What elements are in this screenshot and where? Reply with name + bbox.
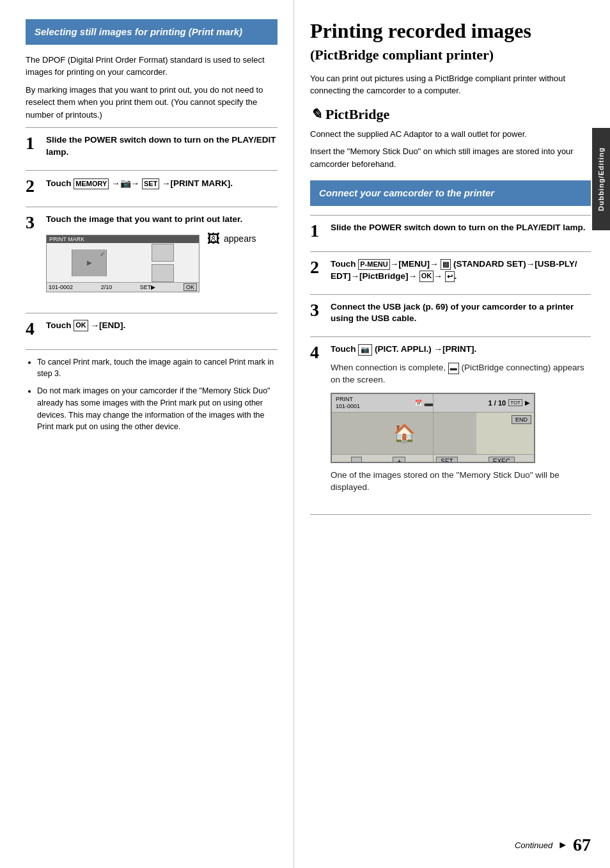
- ok-icon-2: OK: [419, 271, 434, 281]
- ps-tot-icon: TOT: [508, 399, 522, 406]
- left-step-1-num: 1: [26, 134, 40, 152]
- pictbridge-note-1: Connect the supplied AC Adaptor to a wal…: [310, 128, 591, 141]
- right-step-4-content: Touch 📷 (PICT. APPLI.) →[PRINT]. When co…: [331, 343, 591, 500]
- left-step-3: 3 Touch the image that you want to print…: [26, 214, 278, 306]
- right-divider-3: [310, 336, 591, 337]
- right-step-4: 4 Touch 📷 (PICT. APPLI.) →[PRINT]. When …: [310, 343, 591, 505]
- left-section-header-text: Selecting still images for printing (Pri…: [35, 26, 242, 37]
- left-step-2-text: Touch MEMORY →📷→ SET →[PRINT MARK].: [46, 178, 233, 188]
- right-step-3-num: 3: [310, 301, 324, 319]
- ok-icon: OK: [74, 320, 88, 331]
- pictbridge-label: PictBridge: [325, 106, 389, 123]
- pmenu-icon: P-MENU: [358, 259, 389, 270]
- ps-minus-btn[interactable]: -: [351, 457, 362, 463]
- sidebar-tab: Dubbing/Editing: [592, 128, 610, 230]
- right-bottom-divider: [310, 514, 591, 515]
- step4-sub-area: When connection is complete, ▬ (PictBrid…: [331, 362, 591, 494]
- left-step-4-content: Touch OK →[END].: [46, 320, 278, 332]
- pictbridge-heading: ✎ PictBridge: [310, 106, 591, 123]
- screen-divider: [433, 394, 434, 462]
- pictbridge-logo-icon: ✎: [310, 106, 322, 123]
- ps-image-placeholder: 🏠: [393, 423, 416, 444]
- set-icon: SET: [142, 178, 159, 189]
- ps-right-panel: END: [476, 413, 534, 454]
- left-section-header: Selecting still images for printing (Pri…: [26, 19, 278, 45]
- ps-count: 1 / 10: [489, 399, 506, 407]
- pict-appli-icon: 📷: [358, 344, 372, 355]
- ps-set-btn[interactable]: SET: [436, 457, 457, 463]
- print-mark-symbol: 🖼: [207, 232, 220, 245]
- return-icon: ↩: [445, 271, 455, 282]
- divider-1: [26, 170, 278, 171]
- memory-icon: MEMORY: [74, 178, 109, 189]
- pm-mark: ✓: [100, 251, 105, 258]
- continued-text: Continued: [515, 840, 552, 850]
- ps-left-info: PRINT 101-0001: [336, 396, 360, 410]
- left-intro-2: By marking images that you want to print…: [26, 84, 278, 122]
- page-footer: Continued ► 67: [515, 835, 591, 855]
- std-set-icon: ▤: [441, 259, 451, 270]
- step4-footer-note: One of the images stored on the "Memory …: [331, 470, 591, 494]
- printer-screen: PRINT 101-0001 📅 ▬ 1 / 10 TOT ▶: [331, 393, 535, 463]
- left-intro-1: The DPOF (Digital Print Order Format) st…: [26, 54, 278, 79]
- right-step-2: 2 Touch P-MENU→[MENU]→ ▤ (STANDARD SET)→…: [310, 258, 591, 288]
- divider-2: [26, 207, 278, 207]
- pm-footer: 101-0002 2/10 SET▶ OK: [47, 282, 199, 292]
- bullet-2-text: Do not mark images on your camcorder if …: [37, 386, 270, 431]
- pm-set: SET▶: [140, 284, 156, 290]
- left-step-2-content: Touch MEMORY →📷→ SET →[PRINT MARK].: [46, 177, 278, 190]
- continued-arrow: ►: [558, 839, 568, 851]
- right-step-3: 3 Connect the USB jack (p. 69) of your c…: [310, 301, 591, 331]
- ps-date-icon: 📅: [415, 400, 422, 406]
- right-step-4-text: Touch 📷 (PICT. APPLI.) →[PRINT].: [331, 344, 476, 354]
- right-step-1-text: Slide the POWER switch down to turn on t…: [331, 223, 586, 232]
- left-step-3-text: Touch the image that you want to print o…: [46, 214, 242, 224]
- left-step-1-text: Slide the POWER switch down to turn on t…: [46, 135, 276, 157]
- ps-plus-btn[interactable]: +: [393, 457, 405, 463]
- left-step-2: 2 Touch MEMORY →📷→ SET →[PRINT MARK].: [26, 177, 278, 200]
- bullet-2: Do not mark images on your camcorder if …: [37, 385, 278, 433]
- pm-thumb-3: [152, 264, 174, 282]
- pm-header-text: PRINT MARK: [49, 236, 84, 242]
- right-step-1-num: 1: [310, 222, 324, 240]
- right-step-2-content: Touch P-MENU→[MENU]→ ▤ (STANDARD SET)→[U…: [331, 258, 591, 283]
- bullet-notes: To cancel Print mark, touch the image ag…: [37, 356, 278, 434]
- appears-text: appears: [224, 233, 256, 244]
- right-divider-2: [310, 294, 591, 295]
- pictbridge-note-2: Insert the "Memory Stick Duo" on which s…: [310, 145, 591, 170]
- print-mark-screen: PRINT MARK ▶ ✓: [46, 235, 199, 292]
- pm-id: 101-0002: [49, 284, 73, 290]
- page-container: Selecting still images for printing (Pri…: [0, 0, 610, 868]
- print-mark-image-area: PRINT MARK ▶ ✓: [46, 230, 278, 297]
- sidebar-label: Dubbing/Editing: [597, 147, 605, 211]
- ps-nav-arrow: ▶: [525, 399, 530, 406]
- divider-4: [26, 349, 278, 350]
- appears-icon-group: 🖼: [207, 232, 220, 245]
- ps-right-info: 1 / 10 TOT ▶: [489, 396, 530, 410]
- right-intro: You can print out pictures using a PictB…: [310, 72, 591, 97]
- right-divider-1: [310, 251, 591, 252]
- appears-label-area: 🖼 appears: [207, 232, 256, 245]
- pm-small-thumbs: [152, 244, 174, 282]
- right-step-3-content: Connect the USB jack (p. 69) of your cam…: [331, 301, 591, 326]
- right-divider-0: [310, 215, 591, 216]
- ps-exec-btn[interactable]: EXEC: [489, 457, 515, 463]
- pm-thumb-1: ▶ ✓: [72, 249, 107, 276]
- ps-pb-icon: ▬: [425, 398, 434, 408]
- right-step-4-num: 4: [310, 343, 324, 361]
- bullet-1-text: To cancel Print mark, touch the image ag…: [37, 358, 274, 379]
- right-step-3-text: Connect the USB jack (p. 69) of your cam…: [331, 302, 574, 324]
- right-step-2-text: Touch P-MENU→[MENU]→ ▤ (STANDARD SET)→[U…: [331, 259, 577, 281]
- ps-print-id: 101-0001: [336, 403, 360, 410]
- ps-print-label: PRINT: [336, 396, 360, 403]
- pm-thumb-2: [152, 244, 174, 262]
- right-section-header: Connect your camcorder to the printer: [310, 180, 591, 206]
- left-step-3-num: 3: [26, 214, 40, 232]
- page-title: Printing recorded images: [310, 19, 591, 43]
- page-subtitle: (PictBridge compliant printer): [310, 47, 591, 63]
- page-number: 67: [573, 835, 591, 855]
- left-step-1-content: Slide the POWER switch down to turn on t…: [46, 134, 278, 159]
- left-step-1: 1 Slide the POWER switch down to turn on…: [26, 134, 278, 164]
- pm-header: PRINT MARK: [47, 235, 199, 243]
- right-section-header-text: Connect your camcorder to the printer: [319, 187, 494, 198]
